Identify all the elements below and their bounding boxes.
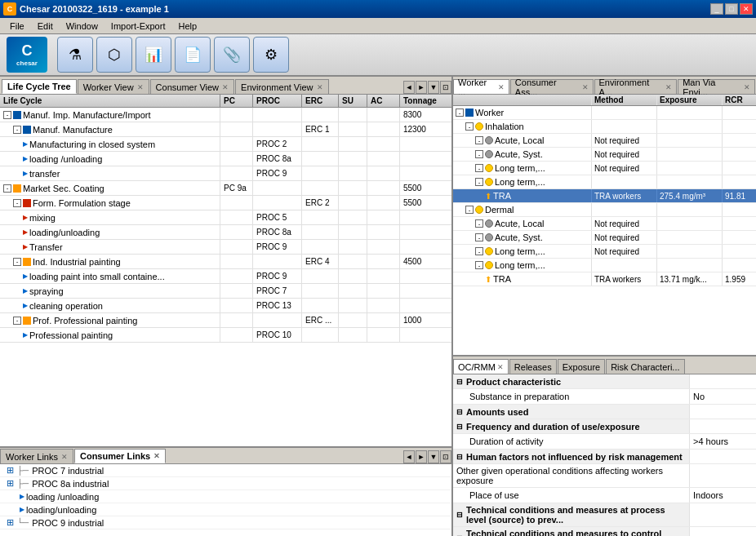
table-row[interactable]: - Dermal: [453, 203, 756, 217]
table-row[interactable]: - Manuf. Imp. Manufacture/Import 8300: [0, 108, 451, 122]
oc-group-row[interactable]: ⊟ Amounts used: [453, 405, 756, 419]
bottom-tab-nav-float[interactable]: ⊡: [440, 450, 451, 463]
table-row[interactable]: - Long term,... Not required: [453, 245, 756, 259]
expand-button[interactable]: -: [475, 261, 483, 269]
expand-button[interactable]: -: [13, 199, 21, 207]
gear-button[interactable]: ⚙: [253, 37, 289, 73]
expand-button[interactable]: -: [13, 317, 21, 325]
table-row[interactable]: ▶ cleaning operation PROC 13: [0, 299, 451, 313]
expand-button[interactable]: -: [456, 109, 464, 117]
tab-consumer-view[interactable]: Consumer View ✕: [150, 79, 234, 94]
oc-group-row[interactable]: ⊟ Frequency and duration of use/exposure: [453, 419, 756, 434]
tab-oc-rmm-close[interactable]: ✕: [497, 363, 504, 371]
table-row[interactable]: - Long term,...: [453, 259, 756, 272]
menu-window[interactable]: Window: [60, 20, 105, 33]
table-row[interactable]: - Acute, Syst. Not required: [453, 148, 756, 162]
table-row[interactable]: ⬆ TRA TRA workers 275.4 mg/m³ 91.81: [453, 189, 756, 203]
expand-button[interactable]: -: [475, 136, 483, 144]
list-item[interactable]: ⊞ ├─ PROC 7 industrial: [0, 464, 451, 477]
table-row[interactable]: ▶ Professional painting PROC 10: [0, 328, 451, 343]
menu-help[interactable]: Help: [171, 20, 203, 33]
menu-file[interactable]: File: [3, 20, 31, 33]
expand-button[interactable]: -: [475, 150, 483, 158]
tab-worker-links-close[interactable]: ✕: [61, 453, 68, 461]
tab-worker-view[interactable]: Worker View ✕: [78, 79, 149, 94]
table-row[interactable]: - Market Sec. Coating PC 9a 5500: [0, 181, 451, 196]
table-row[interactable]: ▶ loading/unloading PROC 8a: [0, 225, 451, 240]
expand-button[interactable]: -: [13, 126, 21, 134]
table-row[interactable]: ▶ spraying PROC 7: [0, 284, 451, 299]
tab-consumer-links[interactable]: Consumer Links ✕: [74, 449, 166, 463]
oc-group-row[interactable]: ⊟ Technical conditions and measures at p…: [453, 503, 756, 527]
tab-consumer-assessment[interactable]: Consumer Ass... ✕: [510, 79, 594, 94]
oc-field-row[interactable]: Substance in preparation No ...: [453, 389, 756, 405]
table-row[interactable]: ▶ loading /unloading PROC 8a: [0, 152, 451, 166]
tab-consumer-links-close[interactable]: ✕: [153, 452, 160, 460]
tab-consumer-view-close[interactable]: ✕: [222, 83, 229, 91]
oc-group-row[interactable]: ⊟ Product characteristic: [453, 374, 756, 389]
table-row[interactable]: ▶ loading paint into small containe... P…: [0, 269, 451, 284]
table-row[interactable]: ▶ Manufacturing in closed system PROC 2: [0, 137, 451, 152]
tab-worker-assessment-close[interactable]: ✕: [498, 83, 505, 91]
oc-group-row[interactable]: ⊟ Technical conditions and measures to c…: [453, 527, 756, 536]
tab-man-via-environment-close[interactable]: ✕: [744, 83, 750, 91]
list-item[interactable]: ⊞ └─ PROC 9 industrial: [0, 516, 451, 529]
minimize-button[interactable]: _: [710, 3, 723, 15]
tab-environment-assessment-close[interactable]: ✕: [665, 83, 672, 91]
table-row[interactable]: - Ind. Industrial painting ERC 4 4500: [0, 255, 451, 269]
expand-button[interactable]: -: [475, 247, 483, 255]
table-row[interactable]: - Worker: [453, 106, 756, 120]
expand-button[interactable]: -: [3, 111, 11, 119]
oc-group-row[interactable]: ⊟ Human factors not influenced by risk m…: [453, 450, 756, 464]
tab-consumer-assessment-close[interactable]: ✕: [582, 83, 589, 91]
expand-button[interactable]: -: [13, 258, 21, 266]
tab-risk-characterization[interactable]: Risk Characteri...: [606, 359, 684, 374]
oc-field-row[interactable]: Place of use Indoors ...: [453, 488, 756, 503]
flask-button[interactable]: ⚗: [57, 37, 93, 73]
expand-button[interactable]: -: [475, 178, 483, 186]
menu-import-export[interactable]: Import-Export: [105, 20, 172, 33]
table-row[interactable]: - Inhalation: [453, 120, 756, 134]
table-row[interactable]: - Long term,...: [453, 175, 756, 189]
oc-field-row[interactable]: Other given operational conditions affec…: [453, 464, 756, 488]
table-row[interactable]: ▶ Transfer PROC 9: [0, 240, 451, 255]
table-row[interactable]: - Acute, Local Not required: [453, 134, 756, 148]
tab-worker-assessment[interactable]: Worker ... ✕: [453, 79, 509, 94]
tab-oc-rmm[interactable]: OC/RMM ✕: [453, 359, 509, 374]
bottom-tab-nav-right[interactable]: ►: [416, 450, 427, 463]
table-row[interactable]: - Prof. Professional painting ERC ... 10…: [0, 313, 451, 328]
close-button[interactable]: ✕: [740, 3, 753, 15]
tab-exposure[interactable]: Exposure: [558, 359, 605, 374]
maximize-button[interactable]: □: [725, 3, 738, 15]
menu-edit[interactable]: Edit: [31, 20, 60, 33]
table-row[interactable]: ▶ mixing PROC 5: [0, 210, 451, 225]
table-row[interactable]: - Long term,... Not required: [453, 162, 756, 175]
bottom-tab-nav-menu[interactable]: ▼: [428, 450, 439, 463]
expand-button[interactable]: -: [465, 206, 474, 214]
tab-releases[interactable]: Releases: [509, 359, 557, 374]
bottom-tab-nav-left[interactable]: ◄: [403, 450, 415, 463]
tab-nav-float[interactable]: ⊡: [440, 81, 451, 94]
expand-button[interactable]: -: [475, 164, 483, 172]
table-row[interactable]: - Form. Formulation stage ERC 2 5500: [0, 196, 451, 210]
table-row[interactable]: ▶ transfer PROC 9: [0, 166, 451, 181]
tab-worker-links[interactable]: Worker Links ✕: [0, 449, 73, 463]
document-button[interactable]: 📄: [175, 37, 211, 73]
tab-nav-right[interactable]: ►: [416, 81, 427, 94]
chart-button[interactable]: 📊: [136, 37, 171, 73]
tab-worker-view-close[interactable]: ✕: [137, 83, 144, 91]
list-item[interactable]: ▶ loading /unloading: [0, 490, 451, 503]
tab-environment-view[interactable]: Environment View ✕: [235, 79, 328, 94]
expand-button[interactable]: -: [465, 122, 474, 131]
table-row[interactable]: - Acute, Syst. Not required: [453, 231, 756, 245]
expand-button[interactable]: -: [475, 233, 483, 241]
oc-field-row[interactable]: Duration of activity >4 hours ...: [453, 434, 756, 450]
table-row[interactable]: ⬆ TRA TRA workers 13.71 mg/k... 1.959: [453, 272, 756, 286]
tab-nav-left[interactable]: ◄: [403, 81, 415, 94]
clip-button[interactable]: 📎: [214, 37, 250, 73]
list-item[interactable]: ▶ loading/unloading: [0, 503, 451, 516]
window-controls[interactable]: _ □ ✕: [710, 3, 753, 15]
expand-button[interactable]: -: [3, 184, 11, 193]
expand-button[interactable]: -: [475, 219, 483, 228]
tab-environment-view-close[interactable]: ✕: [317, 83, 323, 91]
